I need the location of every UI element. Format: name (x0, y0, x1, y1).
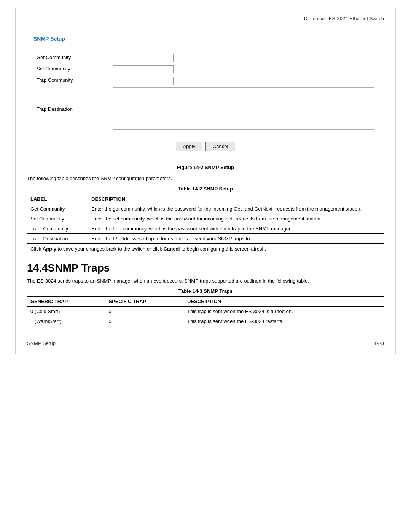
row-label: Trap: Destination (27, 234, 88, 244)
page-footer: SNMP Setup 14-3 (27, 338, 384, 346)
snmp-bottom-divider (33, 137, 378, 137)
row-description: Enter the IP addresses of up to four sta… (88, 234, 384, 244)
snmp-setup-box: SNMP Setup Get Community Set Community (27, 30, 384, 159)
table-row: Trap: Destination Enter the IP addresses… (27, 234, 384, 244)
trap-destination-row: Trap Destination (33, 86, 378, 131)
trap-destination-input-1[interactable] (116, 91, 177, 99)
snmp-form-table: Get Community Set Community Trap Communi… (33, 52, 378, 131)
table3-header-row: Generic Trap Specific Trap Description (27, 297, 384, 307)
cancel-button[interactable]: Cancel (206, 142, 235, 151)
table2-note-row: Click Apply to save your changes back to… (27, 244, 384, 254)
trap-destination-input-3[interactable] (116, 109, 177, 117)
trap-dest-group (113, 87, 374, 130)
form-buttons: Apply Cancel (33, 142, 378, 151)
trap-community-row: Trap Community (33, 75, 378, 86)
trap-community-input[interactable] (113, 77, 174, 85)
figure-caption: Figure 14-2 SNMP Setup (27, 165, 384, 170)
row-description: Enter the set community, which is the pa… (88, 214, 384, 224)
snmp-setup-table: Label Description Get Community Enter th… (27, 194, 384, 254)
set-community-row: Set Community (33, 64, 378, 75)
table3-header-generic: Generic Trap (27, 297, 105, 307)
set-community-label: Set Community (33, 64, 110, 75)
set-community-input-cell (110, 64, 378, 75)
snmp-top-divider (33, 46, 378, 46)
trap-description: This trap is sent when the ES-3024 is tu… (184, 307, 384, 316)
trap-specific: 0 (105, 316, 184, 326)
get-community-input-cell (110, 52, 378, 64)
table2-title: Table 14-2 SNMP Setup (27, 186, 384, 192)
header-title: Dimension ES-3024 Ethernet Switch (304, 16, 384, 21)
section-heading: 14.4SNMP Traps (27, 262, 384, 274)
row-description: Enter the get community, which is the pa… (88, 204, 384, 214)
row-description: Enter the trap community, which is the p… (88, 224, 384, 234)
trap-destination-input-4[interactable] (116, 118, 177, 126)
section-body-text: The ES-3024 sends traps to an SNMP manag… (27, 278, 384, 284)
trap-destination-inputs-cell (110, 86, 378, 131)
get-community-input[interactable] (113, 54, 174, 62)
trap-description: This trap is sent when the ES-3024 resta… (184, 316, 384, 326)
row-label: Trap: Community (27, 224, 88, 234)
table2-note: Click Apply to save your changes back to… (27, 244, 384, 254)
table3-title: Table 14-3 SNMP Traps (27, 288, 384, 294)
snmp-setup-title: SNMP Setup (33, 36, 378, 42)
table-row: 0 (Cold Start) 0 This trap is sent when … (27, 307, 384, 316)
table3-header-description: Description (184, 297, 384, 307)
table2-header-label: Label (27, 194, 88, 204)
table-row: Set Community Enter the set community, w… (27, 214, 384, 224)
page-header: Dimension ES-3024 Ethernet Switch (27, 16, 384, 24)
page-wrapper: Dimension ES-3024 Ethernet Switch SNMP S… (15, 8, 396, 354)
trap-generic: 0 (Cold Start) (27, 307, 105, 316)
table-row: 1 (WarmStart) 0 This trap is sent when t… (27, 316, 384, 326)
trap-community-input-cell (110, 75, 378, 86)
body-text: The following table describes the SNMP c… (27, 176, 384, 181)
table-row: Get Community Enter the get community, w… (27, 204, 384, 214)
get-community-row: Get Community (33, 52, 378, 64)
trap-destination-label: Trap Destination (33, 86, 110, 131)
table-row: Trap: Community Enter the trap community… (27, 224, 384, 234)
row-label: Set Community (27, 214, 88, 224)
row-label: Get Community (27, 204, 88, 214)
table2-header-row: Label Description (27, 194, 384, 204)
set-community-input[interactable] (113, 65, 174, 73)
trap-generic: 1 (WarmStart) (27, 316, 105, 326)
footer-left: SNMP Setup (27, 340, 56, 346)
table3-header-specific: Specific Trap (105, 297, 184, 307)
apply-button[interactable]: Apply (176, 142, 203, 151)
trap-destination-input-2[interactable] (116, 100, 177, 108)
trap-specific: 0 (105, 307, 184, 316)
table2-header-description: Description (88, 194, 384, 204)
footer-right: 14-3 (374, 340, 384, 346)
snmp-traps-table: Generic Trap Specific Trap Description 0… (27, 296, 384, 326)
get-community-label: Get Community (33, 52, 110, 64)
trap-community-label: Trap Community (33, 75, 110, 86)
